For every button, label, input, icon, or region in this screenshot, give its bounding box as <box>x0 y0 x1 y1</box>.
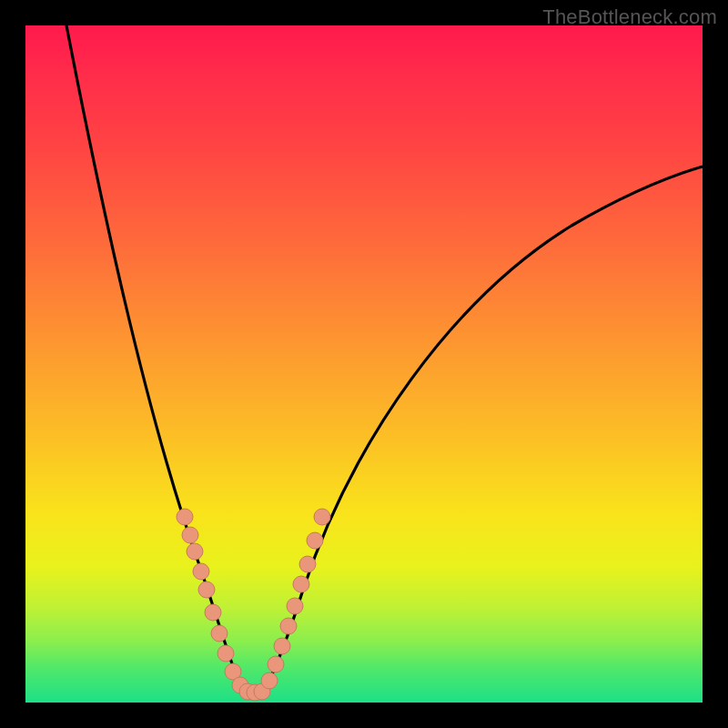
svg-point-1 <box>182 527 198 543</box>
svg-point-20 <box>307 532 323 549</box>
svg-point-16 <box>280 618 297 634</box>
bottleneck-curve <box>25 25 703 703</box>
svg-point-5 <box>205 604 221 621</box>
watermark-text: TheBottleneck.com <box>542 5 717 29</box>
svg-point-18 <box>293 576 309 592</box>
svg-point-0 <box>177 509 193 525</box>
svg-point-17 <box>287 598 303 614</box>
chart-frame: TheBottleneck.com <box>0 0 728 728</box>
svg-point-7 <box>217 645 234 662</box>
svg-point-6 <box>211 625 228 642</box>
svg-point-15 <box>274 638 290 654</box>
svg-point-3 <box>193 563 209 580</box>
svg-point-4 <box>198 581 215 598</box>
svg-point-14 <box>268 656 284 672</box>
sample-dots <box>177 509 330 701</box>
svg-point-19 <box>299 556 316 572</box>
svg-point-2 <box>187 543 203 560</box>
svg-point-13 <box>261 672 278 689</box>
curve-path <box>66 25 703 692</box>
svg-point-21 <box>314 509 330 525</box>
plot-area <box>25 25 703 703</box>
